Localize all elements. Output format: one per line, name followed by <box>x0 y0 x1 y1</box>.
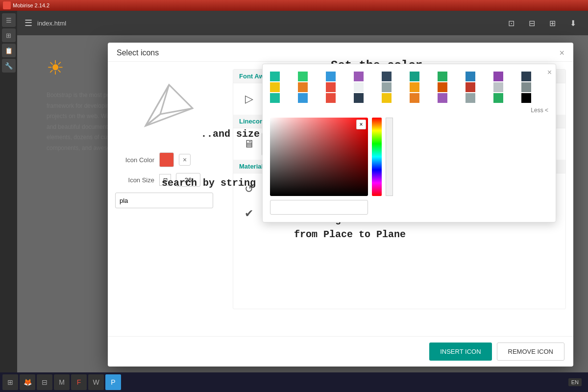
size-expand-button[interactable]: ⊡ <box>159 174 171 186</box>
color-picker-popup: × Less < × <box>262 64 556 222</box>
color-swatch[interactable] <box>410 93 419 103</box>
color-swatch[interactable] <box>521 72 531 81</box>
color-swatch[interactable] <box>354 93 364 103</box>
icon-size-row: Icon Size ⊡ <box>115 173 223 187</box>
color-swatch[interactable] <box>410 82 419 92</box>
color-swatch[interactable] <box>493 93 503 103</box>
taskbar-btn-5[interactable]: W <box>88 374 104 390</box>
sidebar-btn-2[interactable]: ⊞ <box>2 28 16 42</box>
toolbar-icon-1[interactable]: ⊡ <box>503 15 519 31</box>
bottom-taskbar: ⊞ 🦊 ⊟ M F W P EN <box>0 372 588 392</box>
icon-preview-area <box>130 69 208 147</box>
dialog-header: Select icons × <box>108 43 573 62</box>
dialog-title: Select icons <box>117 49 159 57</box>
color-swatch[interactable] <box>466 82 475 92</box>
color-swatch[interactable] <box>270 72 280 81</box>
color-swatch[interactable] <box>466 93 475 103</box>
color-swatch[interactable] <box>354 72 364 81</box>
sidebar-btn-1[interactable]: ☰ <box>2 13 16 27</box>
insert-icon-button[interactable]: INSERT ICON <box>429 343 491 361</box>
taskbar-btn-6[interactable]: P <box>105 374 121 390</box>
sidebar-btn-4[interactable]: 🔧 <box>2 59 16 73</box>
color-swatch[interactable] <box>270 93 280 103</box>
toolbar-icon-4[interactable]: ⬇ <box>565 15 581 31</box>
filename-label: index.html <box>37 20 66 27</box>
color-swatch[interactable] <box>438 72 447 81</box>
size-input-field[interactable] <box>176 173 200 187</box>
icon-cell[interactable]: 🖥 <box>237 132 261 156</box>
main-content: ☰ index.html ⊡ ⊟ ⊞ ⬇ ☀ Bootstrap is the … <box>17 11 588 372</box>
taskbar-btn-3[interactable]: M <box>54 374 70 390</box>
app-icon <box>3 1 11 9</box>
color-swatch[interactable] <box>326 72 336 81</box>
hex-color-input[interactable] <box>270 200 368 215</box>
color-swatch[interactable] <box>298 72 308 81</box>
color-gradient-area: × <box>270 118 548 196</box>
remove-icon-button[interactable]: REMOVE ICON <box>497 343 564 361</box>
color-swatch[interactable] <box>382 93 392 103</box>
color-reset-button[interactable]: × <box>179 154 191 166</box>
color-swatch[interactable] <box>438 82 447 92</box>
gradient-picker[interactable]: × <box>270 118 368 196</box>
preview-panel: Icon Color × Icon Size ⊡ <box>115 69 223 329</box>
color-swatch[interactable] <box>410 72 419 81</box>
app-toolbar: ☰ index.html ⊡ ⊟ ⊞ ⬇ <box>17 11 588 35</box>
color-label: Icon Color <box>115 156 154 164</box>
color-swatch[interactable] <box>466 72 475 81</box>
menu-icon[interactable]: ☰ <box>24 18 32 28</box>
hue-slider[interactable] <box>372 118 382 196</box>
sidebar-btn-3[interactable]: 📋 <box>2 44 16 57</box>
paper-plane-icon <box>140 79 198 138</box>
svg-marker-1 <box>146 85 169 126</box>
color-swatch[interactable] <box>270 82 280 92</box>
svg-line-3 <box>160 108 193 114</box>
app-title: Mobirise 2.14.2 <box>13 2 49 8</box>
color-swatch[interactable] <box>493 82 503 92</box>
color-swatch[interactable] <box>521 93 531 103</box>
left-sidebar: ☰ ⊞ 📋 🔧 <box>0 11 17 372</box>
color-swatch[interactable] <box>493 72 503 81</box>
taskbar-start[interactable]: ⊞ <box>2 374 18 390</box>
taskbar-btn-4[interactable]: F <box>71 374 87 390</box>
color-swatch[interactable] <box>521 82 531 92</box>
icon-color-row: Icon Color × <box>115 152 223 167</box>
icon-cell[interactable]: ✔ <box>237 202 261 225</box>
color-swatch[interactable] <box>438 93 447 103</box>
color-swatch[interactable] <box>298 82 308 92</box>
color-picker-close-button[interactable]: × <box>547 68 552 77</box>
toolbar-icon-3[interactable]: ⊞ <box>544 15 560 31</box>
color-swatch[interactable] <box>354 82 364 92</box>
color-swatch[interactable] <box>382 82 392 92</box>
size-label: Icon Size <box>115 176 154 184</box>
color-swatch[interactable] <box>382 72 392 81</box>
dialog-footer: INSERT ICON REMOVE ICON <box>108 336 573 367</box>
bottom-right: EN <box>568 379 586 385</box>
dialog-close-button[interactable]: × <box>559 49 564 57</box>
color-scroll[interactable] <box>386 118 393 196</box>
color-swatch[interactable] <box>326 82 336 92</box>
color-swatch[interactable] <box>326 93 336 103</box>
icon-cell[interactable]: ▷ <box>237 87 261 111</box>
taskbar-btn-2[interactable]: ⊟ <box>37 374 52 390</box>
svg-line-2 <box>146 114 160 126</box>
color-swatches-grid <box>270 72 548 103</box>
titlebar: Mobirise 2.14.2 <box>0 0 588 11</box>
less-button[interactable]: Less < <box>270 107 548 114</box>
gradient-close-button[interactable]: × <box>356 120 366 129</box>
icon-cell[interactable]: ↺ <box>237 177 261 201</box>
icon-search-input[interactable] <box>115 193 213 208</box>
lang-badge: EN <box>568 378 582 386</box>
taskbar-btn-1[interactable]: 🦊 <box>20 374 35 390</box>
color-swatch[interactable] <box>298 93 308 103</box>
toolbar-icon-2[interactable]: ⊟ <box>524 15 539 31</box>
color-swatch-button[interactable] <box>159 152 174 167</box>
